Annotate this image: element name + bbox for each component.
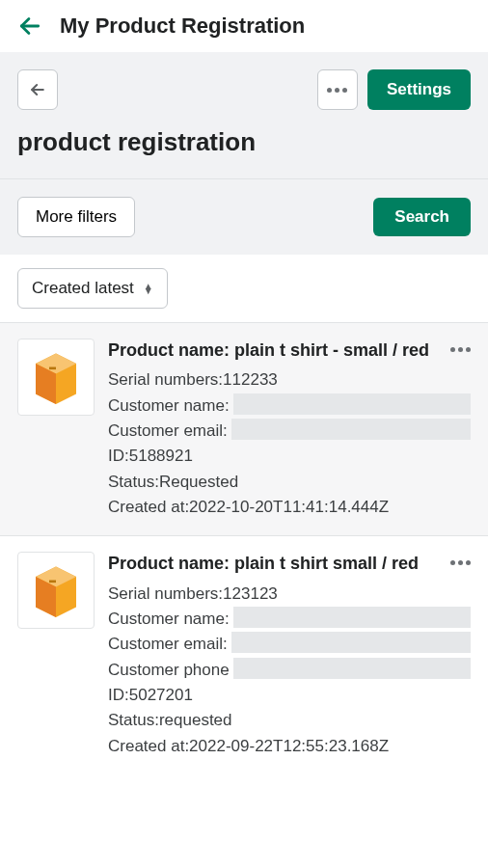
card-body: Product name: plain t shirt small / red … — [108, 552, 471, 759]
customer-email-line: Customer email: — [108, 419, 471, 444]
customer-phone-line: Customer phone — [108, 658, 471, 683]
search-button[interactable]: Search — [373, 198, 471, 236]
redacted-value — [233, 658, 471, 679]
status-line: Status: requested — [108, 708, 471, 733]
card-body: Product name: plain t shirt - small / re… — [108, 339, 471, 520]
svg-rect-9 — [49, 581, 56, 583]
serial-line: Serial numbers: 123123 — [108, 582, 471, 607]
package-box-icon — [29, 350, 83, 404]
app-title: My Product Registration — [60, 14, 305, 39]
sort-row: Created latest ▲▼ — [0, 255, 488, 322]
dots-horizontal-icon — [450, 560, 471, 565]
page-header: Settings product registration — [0, 52, 488, 178]
customer-email-line: Customer email: — [108, 632, 471, 657]
redacted-value — [233, 607, 471, 628]
card-title: Product name: plain t shirt small / red — [108, 552, 471, 575]
id-line: ID: 5188921 — [108, 444, 471, 469]
back-arrow-icon[interactable] — [17, 14, 42, 39]
sort-caret-icon: ▲▼ — [144, 284, 153, 293]
product-thumbnail — [17, 552, 95, 629]
page-back-button[interactable] — [17, 69, 58, 110]
settings-button[interactable]: Settings — [367, 69, 471, 110]
redacted-value — [231, 419, 471, 440]
created-line: Created at: 2022-10-20T11:41:14.444Z — [108, 495, 471, 520]
card-menu-button[interactable] — [450, 339, 471, 356]
created-line: Created at: 2022-09-22T12:55:23.168Z — [108, 734, 471, 759]
more-actions-button[interactable] — [317, 69, 358, 110]
registration-card[interactable]: Product name: plain t shirt - small / re… — [0, 322, 488, 535]
customer-name-line: Customer name: — [108, 607, 471, 632]
page-title: product registration — [17, 127, 471, 157]
registration-list: Product name: plain t shirt - small / re… — [0, 322, 488, 774]
product-thumbnail — [17, 339, 95, 416]
dots-horizontal-icon — [327, 88, 347, 93]
redacted-value — [231, 632, 471, 653]
serial-line: Serial numbers: 112233 — [108, 367, 471, 393]
id-line: ID: 5027201 — [108, 683, 471, 708]
card-menu-button[interactable] — [450, 552, 471, 569]
filter-row: More filters Search — [0, 178, 488, 255]
registration-card[interactable]: Product name: plain t shirt small / red … — [0, 535, 488, 774]
package-box-icon — [29, 563, 83, 617]
redacted-value — [233, 393, 471, 415]
status-line: Status: Requested — [108, 470, 471, 495]
svg-rect-5 — [49, 367, 56, 370]
card-title: Product name: plain t shirt - small / re… — [108, 339, 471, 362]
sort-select[interactable]: Created latest ▲▼ — [17, 268, 168, 309]
app-topbar: My Product Registration — [0, 0, 488, 52]
more-filters-button[interactable]: More filters — [17, 197, 135, 237]
customer-name-line: Customer name: — [108, 393, 471, 419]
toolbar-row: Settings — [17, 69, 471, 110]
sort-selected-label: Created latest — [32, 279, 134, 298]
dots-horizontal-icon — [450, 347, 471, 352]
